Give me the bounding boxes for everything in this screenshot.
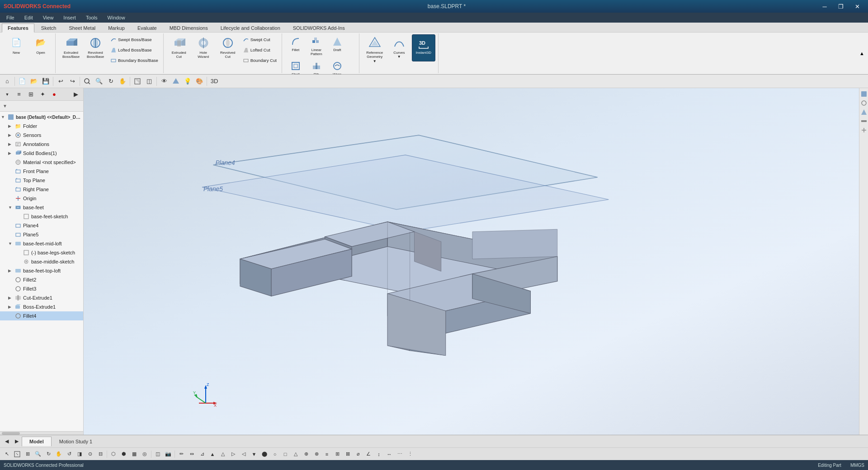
bt-camera[interactable]: 📷 [163,449,173,459]
bt-more14[interactable]: ⊠ [343,449,353,459]
minimize-button[interactable]: ─ [817,2,832,11]
reference-geometry-button[interactable]: ReferenceGeometry ▼ [363,34,387,65]
tb2-undo[interactable]: ↩ [55,76,66,87]
extruded-boss-button[interactable]: ExtrudedBoss/Base [59,34,83,61]
rp-btn4[interactable] [860,117,868,125]
ribbon-expand[interactable]: ▲ [859,33,866,73]
tb2-3d-sketch[interactable]: 3D [209,76,220,87]
bt-select[interactable]: ↖ [2,449,12,459]
tb2-rotate[interactable]: ↻ [105,76,116,87]
bt-more15[interactable]: ⌀ [353,449,363,459]
tab-motion-study-1[interactable]: Motion Study 1 [52,437,100,446]
sidebar-display[interactable]: ● [49,89,60,100]
tree-item-base-legs-sketch[interactable]: (-) base-legs-sketch [0,248,83,257]
bt-more16[interactable]: ∠ [363,449,373,459]
bt-normal-to[interactable]: ⊙ [85,449,95,459]
tab-addins[interactable]: SOLIDWORKS Add-Ins [287,24,351,32]
tree-item-right-plane[interactable]: Right Plane [0,185,83,194]
rp-btn5[interactable] [860,126,868,134]
tree-expand-folder[interactable]: ▶ [8,124,14,128]
tab-nav-prev[interactable]: ◀ [2,436,12,446]
tree-item-cut-extrude1[interactable]: ▶ Cut-Extrude1 [0,293,83,302]
sidebar-propmgr[interactable]: ≡ [14,89,24,100]
tb2-save[interactable]: 💾 [40,76,51,87]
bt-display[interactable]: ◎ [140,449,150,459]
tb2-open[interactable]: 📂 [28,76,39,87]
curves-button[interactable]: Curves ▼ [387,34,411,61]
sidebar-dimxpert[interactable]: ✦ [37,89,48,100]
rib-button[interactable]: Rib [307,59,326,74]
bt-edges[interactable]: ▦ [129,449,139,459]
tb2-pan[interactable]: ✋ [117,76,128,87]
tb2-redo[interactable]: ↪ [67,76,78,87]
sidebar-configmgr[interactable]: ⊞ [25,89,36,100]
boundary-boss-button[interactable]: Boundary Boss/Base [108,56,160,65]
tb2-hide-show[interactable]: 👁 [159,76,170,87]
tab-model[interactable]: Model [22,437,52,446]
bt-more4[interactable]: ◁ [239,449,249,459]
tree-item-base-feet-sketch[interactable]: base-feet-sketch [0,212,83,221]
new-button[interactable]: 📄 New [5,34,28,61]
tree-item-boss-extrude1[interactable]: ▶ Boss-Extrude1 [0,302,83,311]
tree-expand-base-feet-top-loft[interactable]: ▶ [8,268,14,273]
bt-section-view[interactable]: ◫ [153,449,163,459]
tree-item-origin[interactable]: Origin [0,194,83,203]
bt-more9[interactable]: △ [291,449,301,459]
tree-expand-annotations[interactable]: ▶ [8,142,14,146]
bt-more5[interactable]: ▼ [249,449,259,459]
tab-sheet-metal[interactable]: Sheet Metal [63,24,102,32]
wrap-button[interactable]: Wrap [327,59,347,74]
menu-edit[interactable]: Edit [20,14,38,21]
tb2-section-view[interactable]: ◫ [144,76,155,87]
bt-more7[interactable]: ○ [270,449,280,459]
bt-more10[interactable]: ⊕ [301,449,311,459]
rp-btn1[interactable] [860,90,868,98]
revolved-cut-button[interactable]: RevolvedCut [216,34,240,61]
revolved-boss-button[interactable]: RevolvedBoss/Base [84,34,107,61]
instant3d-button[interactable]: 3D Instant3D [412,34,435,61]
bt-more2[interactable]: △ [218,449,228,459]
bt-more13[interactable]: ⊞ [332,449,342,459]
tree-expand-root[interactable]: ▼ [1,115,7,119]
open-button[interactable]: 📂 Open [29,34,52,61]
bt-more3[interactable]: ▷ [228,449,238,459]
tab-sketch[interactable]: Sketch [35,24,62,32]
tree-item-base-middle-sketch[interactable]: base-middle-sketch [0,257,83,266]
tree-item-material[interactable]: Material <not specified> [0,158,83,167]
hole-wizard-button[interactable]: HoleWizard [192,34,215,61]
bt-pan[interactable]: ✋ [54,449,64,459]
bt-zoom-fit[interactable] [12,449,22,459]
tree-item-solid-bodies[interactable]: ▶ Solid Bodies(1) [0,149,83,158]
tree-expand-solid-bodies[interactable]: ▶ [8,151,14,155]
menu-view[interactable]: View [38,14,58,21]
tree-expand-base-feet-mid-loft[interactable]: ▼ [8,241,14,246]
bt-roll[interactable]: ↺ [64,449,74,459]
tab-evaluate[interactable]: Evaluate [132,24,163,32]
lofted-boss-button[interactable]: Lofted Boss/Base [108,46,160,55]
bt-more6[interactable]: ⬤ [259,449,269,459]
bt-more12[interactable]: ≡ [322,449,332,459]
bt-more8[interactable]: □ [280,449,290,459]
tb2-appearance[interactable]: 🎨 [194,76,205,87]
tree-item-fillet3[interactable]: Fillet3 [0,284,83,293]
tab-mbd[interactable]: MBD Dimensions [164,24,214,32]
tree-expand-sensors[interactable]: ▶ [8,133,14,137]
menu-window[interactable]: Window [103,14,130,21]
tree-item-root[interactable]: ▼ base (Default) <<Default>_Display Sta [0,113,83,122]
tree-expand-base-feet[interactable]: ▼ [8,205,14,210]
swept-cut-button[interactable]: Swept Cut [241,35,279,44]
bt-more19[interactable]: ⋯ [395,449,405,459]
tb2-view-orient[interactable] [170,76,181,87]
viewport[interactable]: Plane4 Plane5 [84,88,859,435]
tb2-new[interactable]: 📄 [17,76,28,87]
shell-button[interactable]: Shell [286,59,306,74]
tb2-zoom-sel[interactable]: 🔍 [94,76,104,87]
tb2-display-style[interactable] [132,76,143,87]
tab-lifecycle[interactable]: Lifecycle and Collaboration [215,24,286,32]
tree-item-plane4[interactable]: Plane4 [0,221,83,230]
tree-item-fillet2[interactable]: Fillet2 [0,275,83,284]
bt-more17[interactable]: ↕ [374,449,384,459]
menu-tools[interactable]: Tools [81,14,102,21]
bt-more18[interactable]: ↔ [384,449,394,459]
tb2-home[interactable]: ⌂ [2,76,13,87]
